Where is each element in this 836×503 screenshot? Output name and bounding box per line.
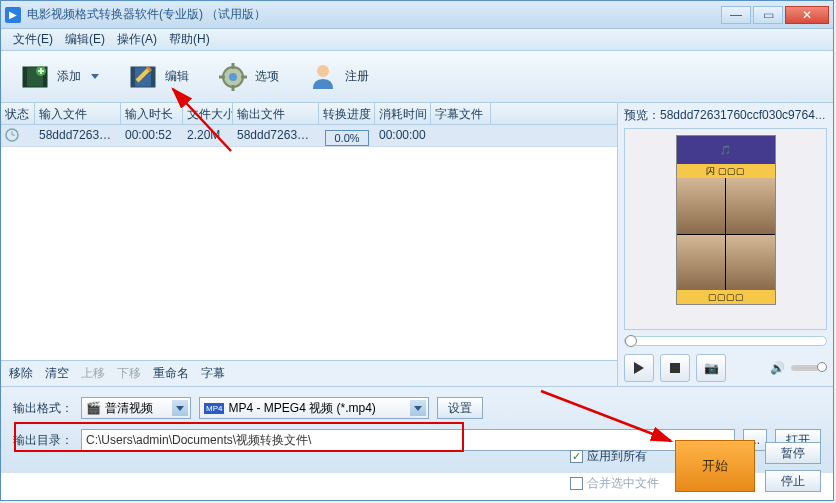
pause-button[interactable]: 暂停 bbox=[765, 442, 821, 464]
merge-check[interactable]: 合并选中文件 bbox=[570, 475, 659, 492]
app-icon: ▶ bbox=[5, 7, 21, 23]
titlebar: ▶ 电影视频格式转换器软件(专业版) （试用版） — ▭ ✕ bbox=[1, 1, 833, 29]
cell-input: 58ddd726317... bbox=[35, 125, 121, 146]
movedown-button[interactable]: 下移 bbox=[117, 365, 141, 382]
seek-thumb[interactable] bbox=[625, 335, 637, 347]
svg-rect-5 bbox=[131, 67, 135, 87]
list-actions: 移除 清空 上移 下移 重命名 字幕 bbox=[1, 360, 617, 386]
checkbox-icon bbox=[570, 450, 583, 463]
stop-button[interactable] bbox=[660, 354, 690, 382]
format-label: 输出格式： bbox=[13, 400, 73, 417]
add-button[interactable]: 添加 bbox=[11, 57, 107, 97]
subtitle-button[interactable]: 字幕 bbox=[201, 365, 225, 382]
window-title: 电影视频格式转换器软件(专业版) （试用版） bbox=[27, 6, 721, 23]
menu-edit[interactable]: 编辑(E) bbox=[59, 29, 111, 50]
dir-label: 输出目录： bbox=[13, 432, 73, 449]
col-progress[interactable]: 转换进度 bbox=[319, 103, 375, 124]
options-label: 选项 bbox=[255, 68, 279, 85]
col-subtitle[interactable]: 字幕文件 bbox=[431, 103, 491, 124]
menu-help[interactable]: 帮助(H) bbox=[163, 29, 216, 50]
close-button[interactable]: ✕ bbox=[785, 6, 829, 24]
snapshot-button[interactable]: 📷 bbox=[696, 354, 726, 382]
cell-subtitle bbox=[431, 125, 491, 146]
file-list: 状态 输入文件 输入时长 文件大小 输出文件 转换进度 消耗时间 字幕文件 58… bbox=[1, 103, 618, 386]
register-label: 注册 bbox=[345, 68, 369, 85]
col-input[interactable]: 输入文件 bbox=[35, 103, 121, 124]
edit-button[interactable]: 编辑 bbox=[119, 57, 197, 97]
dropdown-icon bbox=[91, 74, 99, 79]
edit-label: 编辑 bbox=[165, 68, 189, 85]
film-icon: 🎬 bbox=[86, 401, 101, 415]
col-output[interactable]: 输出文件 bbox=[233, 103, 319, 124]
cell-output: 58ddd726317... bbox=[233, 125, 319, 146]
cell-elapsed: 00:00:00 bbox=[375, 125, 431, 146]
col-size[interactable]: 文件大小 bbox=[183, 103, 233, 124]
options-button[interactable]: 选项 bbox=[209, 57, 287, 97]
clear-button[interactable]: 清空 bbox=[45, 365, 69, 382]
cell-size: 2.20M bbox=[183, 125, 233, 146]
moveup-button[interactable]: 上移 bbox=[81, 365, 105, 382]
menubar: 文件(E) 编辑(E) 操作(A) 帮助(H) bbox=[1, 29, 833, 51]
volume-thumb[interactable] bbox=[817, 362, 827, 372]
svg-rect-1 bbox=[23, 67, 27, 87]
apply-all-check[interactable]: 应用到所有 bbox=[570, 448, 659, 465]
preview-video[interactable]: 🎵 闪 ▢▢▢ ▢▢▢▢ bbox=[624, 128, 827, 330]
col-status[interactable]: 状态 bbox=[1, 103, 35, 124]
cell-progress: 0.0% bbox=[319, 125, 375, 146]
category-combo[interactable]: 🎬 普清视频 bbox=[81, 397, 191, 419]
play-button[interactable] bbox=[624, 354, 654, 382]
menu-action[interactable]: 操作(A) bbox=[111, 29, 163, 50]
gear-icon bbox=[217, 61, 249, 93]
minimize-button[interactable]: — bbox=[721, 6, 751, 24]
seek-bar[interactable] bbox=[624, 336, 827, 346]
table-row[interactable]: 58ddd726317... 00:00:52 2.20M 58ddd72631… bbox=[1, 125, 617, 147]
toolbar: 添加 编辑 选项 注册 bbox=[1, 51, 833, 103]
menu-file[interactable]: 文件(E) bbox=[7, 29, 59, 50]
col-elapsed[interactable]: 消耗时间 bbox=[375, 103, 431, 124]
settings-button[interactable]: 设置 bbox=[437, 397, 483, 419]
cell-duration: 00:00:52 bbox=[121, 125, 183, 146]
preview-title: 预览：58ddd72631760ccf030c97648a176... bbox=[624, 107, 827, 124]
stop-icon bbox=[670, 363, 680, 373]
stop-conv-button[interactable]: 停止 bbox=[765, 470, 821, 492]
mp4-icon: MP4 bbox=[204, 403, 224, 414]
list-header: 状态 输入文件 输入时长 文件大小 输出文件 转换进度 消耗时间 字幕文件 bbox=[1, 103, 617, 125]
register-button[interactable]: 注册 bbox=[299, 57, 377, 97]
play-icon bbox=[634, 362, 644, 374]
add-film-icon bbox=[19, 61, 51, 93]
rename-button[interactable]: 重命名 bbox=[153, 365, 189, 382]
checkbox-icon bbox=[570, 477, 583, 490]
start-button[interactable]: 开始 bbox=[675, 440, 755, 492]
preview-panel: 预览：58ddd72631760ccf030c97648a176... 🎵 闪 … bbox=[618, 103, 833, 386]
edit-film-icon bbox=[127, 61, 159, 93]
col-duration[interactable]: 输入时长 bbox=[121, 103, 183, 124]
format-combo[interactable]: MP4 MP4 - MPEG4 视频 (*.mp4) bbox=[199, 397, 429, 419]
camera-icon: 📷 bbox=[704, 361, 719, 375]
status-icon bbox=[1, 125, 35, 146]
user-icon bbox=[307, 61, 339, 93]
speaker-icon[interactable]: 🔊 bbox=[770, 361, 785, 375]
maximize-button[interactable]: ▭ bbox=[753, 6, 783, 24]
volume-slider[interactable] bbox=[791, 365, 827, 371]
svg-point-8 bbox=[229, 73, 237, 81]
svg-point-13 bbox=[317, 65, 329, 77]
remove-button[interactable]: 移除 bbox=[9, 365, 33, 382]
add-label: 添加 bbox=[57, 68, 81, 85]
